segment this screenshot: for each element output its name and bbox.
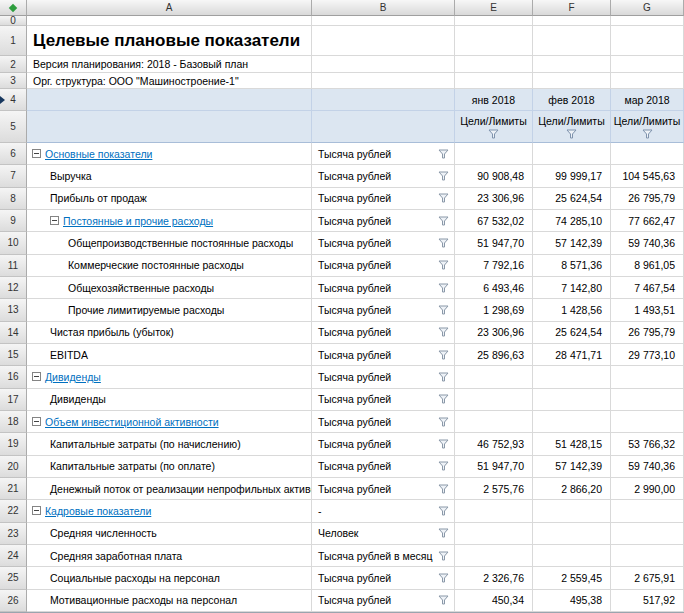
indicator-label[interactable]: Дивиденды	[45, 371, 101, 383]
value-cell[interactable]: 53 766,32	[611, 433, 684, 455]
value-cell[interactable]: 2 675,91	[611, 567, 684, 589]
column-header-b[interactable]: B	[312, 0, 455, 16]
cell[interactable]	[455, 26, 533, 56]
cell[interactable]	[312, 16, 455, 26]
row-number[interactable]: 16	[0, 366, 27, 388]
value-cell[interactable]	[533, 500, 611, 522]
row-number[interactable]: 8	[0, 188, 27, 210]
month-header[interactable]: янв 2018	[455, 89, 533, 111]
value-cell[interactable]	[533, 389, 611, 411]
value-cell[interactable]	[533, 366, 611, 388]
cell[interactable]	[533, 26, 611, 56]
indicator-cell[interactable]: Общепроизводственные постоянные расходы	[27, 232, 312, 254]
value-cell[interactable]: 7 792,16	[455, 255, 533, 277]
value-cell[interactable]	[533, 143, 611, 165]
cell[interactable]	[611, 73, 684, 89]
collapse-icon[interactable]	[32, 372, 41, 381]
row-number[interactable]: 23	[0, 523, 27, 545]
value-cell[interactable]: 2 559,45	[533, 567, 611, 589]
cell[interactable]	[27, 89, 312, 111]
value-cell[interactable]	[455, 411, 533, 433]
indicator-cell[interactable]: Дивиденды	[27, 389, 312, 411]
row-number[interactable]: 6	[0, 143, 27, 165]
cell[interactable]	[455, 56, 533, 73]
planning-version-text[interactable]: Версия планирования: 2018 - Базовый план	[27, 56, 312, 73]
value-cell[interactable]: 28 471,71	[533, 344, 611, 366]
row-number[interactable]: 24	[0, 545, 27, 567]
filter-icon[interactable]	[438, 595, 449, 605]
value-cell[interactable]	[455, 389, 533, 411]
indicator-cell[interactable]: EBITDA	[27, 344, 312, 366]
filter-icon[interactable]	[438, 484, 449, 494]
value-cell[interactable]	[611, 143, 684, 165]
indicator-cell[interactable]: Коммерческие постоянные расходы	[27, 255, 312, 277]
org-structure-text[interactable]: Орг. структура: ООО "Машиностроение-1"	[27, 73, 312, 89]
unit-cell[interactable]: Тысяча рублей	[312, 366, 455, 388]
row-number[interactable]: 7	[0, 165, 27, 187]
indicator-cell[interactable]: Прочие лимитируемые расходы	[27, 299, 312, 321]
value-cell[interactable]: 77 662,47	[611, 210, 684, 232]
value-cell[interactable]: 6 493,46	[455, 277, 533, 299]
value-cell[interactable]: 7 142,80	[533, 277, 611, 299]
row-number[interactable]: 2	[0, 56, 27, 73]
indicator-cell[interactable]: Социальные расходы на персонал	[27, 567, 312, 589]
filter-icon[interactable]	[438, 283, 449, 293]
value-cell[interactable]: 2 866,20	[533, 478, 611, 500]
cell[interactable]	[611, 56, 684, 73]
cell[interactable]	[533, 73, 611, 89]
cell[interactable]	[312, 111, 455, 143]
cell[interactable]	[533, 56, 611, 73]
row-number[interactable]: 18	[0, 411, 27, 433]
row-number[interactable]: 22	[0, 500, 27, 522]
value-cell[interactable]	[611, 545, 684, 567]
value-cell[interactable]: 25 624,54	[533, 322, 611, 344]
column-header-g[interactable]: G	[611, 0, 684, 16]
indicator-cell[interactable]: Мотивационные расходы на персонал	[27, 590, 312, 612]
measure-header[interactable]: Цели/Лимиты	[533, 111, 611, 143]
value-cell[interactable]: 8 961,05	[611, 255, 684, 277]
row-number[interactable]: 10	[0, 232, 27, 254]
unit-cell[interactable]: Тысяча рублей в месяц	[312, 545, 455, 567]
value-cell[interactable]: 25 896,63	[455, 344, 533, 366]
unit-cell[interactable]: Тысяча рублей	[312, 567, 455, 589]
value-cell[interactable]	[611, 411, 684, 433]
cell[interactable]	[533, 16, 611, 26]
value-cell[interactable]: 450,34	[455, 590, 533, 612]
value-cell[interactable]: 90 908,48	[455, 165, 533, 187]
unit-cell[interactable]: Тысяча рублей	[312, 188, 455, 210]
indicator-cell[interactable]: Общехозяйственные расходы	[27, 277, 312, 299]
collapse-icon[interactable]	[32, 506, 41, 515]
value-cell[interactable]: 1 493,51	[611, 299, 684, 321]
row-number[interactable]: 20	[0, 456, 27, 478]
value-cell[interactable]: 1 298,69	[455, 299, 533, 321]
value-cell[interactable]	[455, 545, 533, 567]
filter-icon[interactable]	[438, 461, 449, 471]
row-number[interactable]: 0	[0, 16, 27, 26]
unit-cell[interactable]: Тысяча рублей	[312, 210, 455, 232]
row-number[interactable]: 5	[0, 111, 27, 143]
value-cell[interactable]: 26 795,79	[611, 188, 684, 210]
indicator-label[interactable]: Кадровые показатели	[45, 505, 151, 517]
indicator-cell[interactable]: Капитальные затраты (по оплате)	[27, 456, 312, 478]
indicator-cell[interactable]: Средняя численность	[27, 523, 312, 545]
filter-icon[interactable]	[438, 394, 449, 404]
indicator-label[interactable]: Постоянные и прочие расходы	[63, 215, 213, 227]
value-cell[interactable]: 23 306,96	[455, 322, 533, 344]
value-cell[interactable]: 29 773,10	[611, 344, 684, 366]
filter-icon[interactable]	[642, 129, 653, 139]
filter-icon[interactable]	[438, 551, 449, 561]
indicator-label[interactable]: Основные показатели	[45, 148, 152, 160]
cell[interactable]	[27, 111, 312, 143]
unit-cell[interactable]: Тысяча рублей	[312, 322, 455, 344]
collapse-icon[interactable]	[50, 216, 59, 225]
indicator-cell[interactable]: Объем инвестиционной активности	[27, 411, 312, 433]
cell[interactable]	[611, 26, 684, 56]
unit-cell[interactable]: Тысяча рублей	[312, 232, 455, 254]
filter-icon[interactable]	[438, 149, 449, 159]
filter-icon[interactable]	[438, 171, 449, 181]
indicator-label[interactable]: Объем инвестиционной активности	[45, 416, 219, 428]
value-cell[interactable]: 26 795,79	[611, 322, 684, 344]
filter-icon[interactable]	[438, 216, 449, 226]
indicator-cell[interactable]: Кадровые показатели	[27, 500, 312, 522]
collapse-icon[interactable]	[32, 149, 41, 158]
